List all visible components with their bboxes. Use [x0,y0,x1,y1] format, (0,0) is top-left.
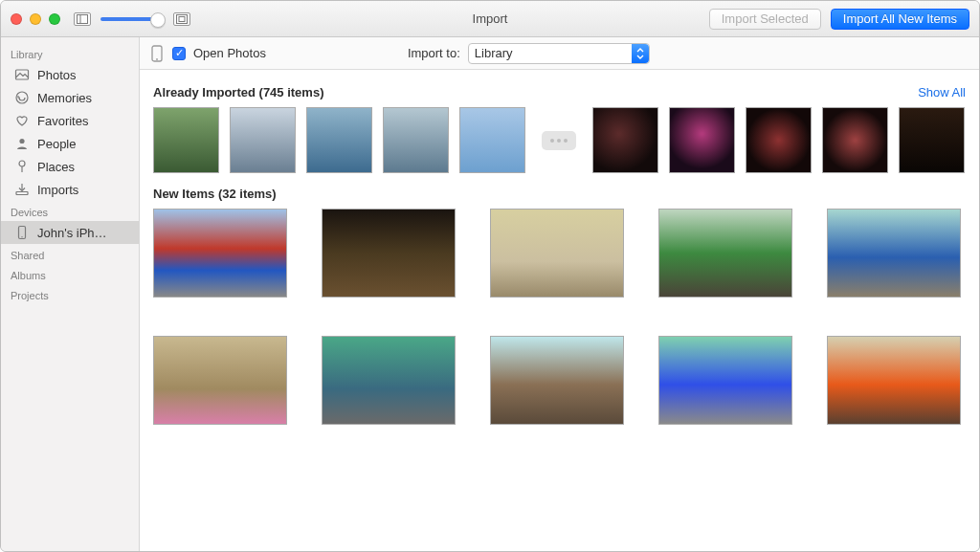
sidebar-header-library: Library [1,43,139,63]
thumbnail[interactable] [230,107,296,173]
titlebar-right-controls: Import Selected Import All New Items [709,9,969,30]
memories-icon [14,90,30,105]
sidebar-header-projects[interactable]: Projects [1,284,139,304]
thumbnail[interactable] [306,107,372,173]
thumbnail[interactable] [322,209,456,298]
minimize-window-button[interactable] [30,13,41,25]
chevron-updown-icon [632,44,649,63]
sidebar-item-device[interactable]: John's iPh… [1,221,139,244]
svg-point-12 [21,236,22,237]
thumbnail[interactable] [459,107,525,173]
svg-rect-9 [16,192,28,195]
section-count: (32 items) [218,187,277,201]
open-photos-checkbox[interactable]: ✓ [172,47,186,60]
sidebar-item-label: Imports [37,183,78,197]
thumbnail[interactable] [490,209,624,298]
sidebar-item-places[interactable]: Places [1,155,139,178]
section-count: (745 items) [259,85,324,99]
section-header-new-items: New Items (32 items) [153,187,966,201]
window-body: Library Photos Memories Favorites People… [1,37,979,551]
window-title: Import [473,11,508,26]
thumbnail[interactable] [658,336,792,425]
thumbnail[interactable] [827,209,961,298]
heart-icon [14,113,30,128]
import-to-label: Import to: [408,46,460,60]
thumbnail[interactable] [490,336,624,425]
svg-rect-2 [177,14,188,23]
sidebar-item-imports[interactable]: Imports [1,178,139,201]
main-panel: ✓ Open Photos Import to: Library [140,37,979,551]
thumbnail[interactable] [658,209,792,298]
fullscreen-window-button[interactable] [49,13,60,25]
titlebar: Import Import Selected Import All New It… [1,1,979,37]
pin-icon [14,159,30,174]
svg-rect-3 [179,16,185,21]
svg-point-7 [19,161,25,166]
thumbnail[interactable] [669,107,735,173]
svg-point-14 [156,58,158,60]
iphone-icon [14,225,30,240]
main-toolbar: ✓ Open Photos Import to: Library [140,37,979,70]
thumbnail[interactable] [322,336,456,425]
device-icon [149,44,165,63]
window-controls [11,13,60,25]
sidebar-header-shared[interactable]: Shared [1,244,139,264]
sidebar-item-label: John's iPh… [37,226,107,240]
thumbnail[interactable] [153,209,287,298]
sidebar-header-albums[interactable]: Albums [1,264,139,284]
already-imported-row [153,107,966,173]
aspect-toggle-button[interactable] [173,12,190,26]
thumbnail[interactable] [153,336,287,425]
sidebar-item-people[interactable]: People [1,132,139,155]
more-thumbnails-button[interactable] [542,131,576,150]
new-items-grid [153,209,966,425]
import-selected-button[interactable]: Import Selected [709,9,821,30]
sidebar-item-label: People [37,137,76,151]
section-title: Already Imported (745 items) [153,85,323,99]
sidebar-item-memories[interactable]: Memories [1,86,139,109]
sidebar-item-label: Photos [37,68,76,82]
import-to-selected-value: Library [475,46,513,60]
import-to-select[interactable]: Library [468,43,650,64]
sidebar-item-photos[interactable]: Photos [1,63,139,86]
thumbnail[interactable] [827,336,961,425]
thumbnail[interactable] [592,107,658,173]
section-title: New Items (32 items) [153,187,277,201]
sidebar-item-label: Favorites [37,114,88,128]
section-title-text: Already Imported [153,85,256,99]
section-title-text: New Items [153,187,214,201]
thumbnail[interactable] [153,107,219,173]
sidebar-item-favorites[interactable]: Favorites [1,109,139,132]
download-icon [14,182,30,197]
thumbnail-size-slider[interactable] [100,17,164,21]
show-all-link[interactable]: Show All [918,85,966,99]
thumbnail[interactable] [822,107,888,173]
thumbnail[interactable] [746,107,812,173]
sidebar-header-devices: Devices [1,201,139,221]
sidebar: Library Photos Memories Favorites People… [1,37,140,551]
close-window-button[interactable] [11,13,22,25]
photos-icon [14,67,30,82]
import-all-button[interactable]: Import All New Items [831,9,969,30]
sidebar-item-label: Memories [37,91,92,105]
section-header-already-imported: Already Imported (745 items) Show All [153,85,966,99]
thumbnail[interactable] [899,107,965,173]
svg-rect-0 [78,14,88,23]
app-window: Import Import Selected Import All New It… [0,0,980,552]
sidebar-toggle-button[interactable] [74,12,91,26]
open-photos-label[interactable]: Open Photos [193,46,266,60]
thumbnail[interactable] [383,107,449,173]
import-to-group: Import to: Library [408,43,650,64]
person-icon [14,136,30,151]
svg-point-6 [19,139,24,144]
titlebar-left-controls [74,12,190,26]
sidebar-item-label: Places [37,160,75,174]
content-scroll[interactable]: Already Imported (745 items) Show All [140,70,979,551]
